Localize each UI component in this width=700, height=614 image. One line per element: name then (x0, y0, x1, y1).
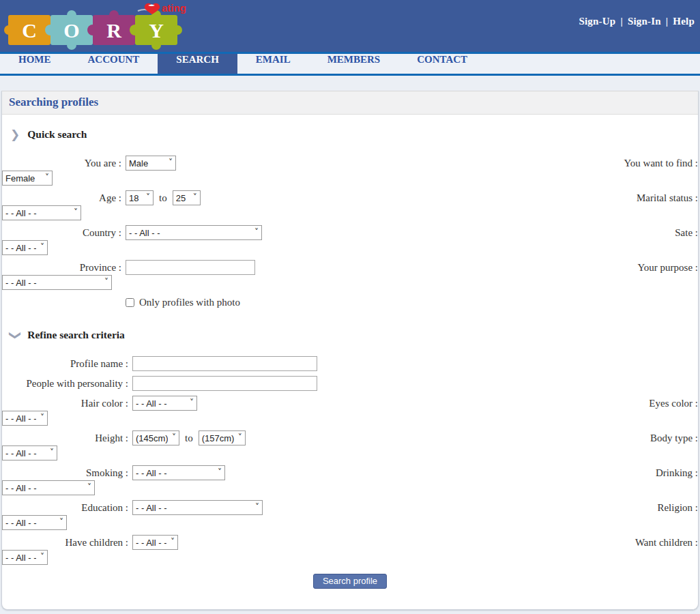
height-label: Height : (2, 433, 128, 444)
your-purpose-select[interactable]: - - All - - (2, 275, 112, 290)
marital-status-label: Marital status : (368, 192, 698, 204)
refine-search-title: Refine search criteria (27, 329, 125, 341)
form-row: Education : - - All - - Religion : - - A… (2, 500, 698, 530)
form-row: Smoking : - - All - - Drinking : - - All… (2, 465, 698, 495)
eyes-color-label: Eyes color : (392, 398, 698, 409)
search-panel: Searching profiles ❯ Quick search You ar… (1, 91, 699, 610)
body-type-label: Body type : (392, 433, 698, 444)
province-label: Province : (2, 262, 121, 274)
age-to-select[interactable]: 25 (173, 190, 201, 205)
age-label: Age : (2, 192, 121, 204)
religion-label: Religion : (392, 502, 698, 514)
logo-letter-y: Y (149, 19, 164, 42)
quick-search-heading: ❯ Quick search (10, 128, 698, 141)
body-type-select[interactable]: - - All - - (2, 445, 57, 460)
help-link[interactable]: Help (673, 16, 695, 27)
header-account-links: Sign-Up|Sign-In|Help (579, 16, 695, 27)
you-want-to-find-select[interactable]: Female (2, 171, 53, 186)
form-row: People with personality : (2, 376, 698, 391)
only-photo-checkbox[interactable] (126, 298, 134, 307)
form-row: You are : Male You want to find : Female (2, 156, 698, 186)
form-row: Have children : - - All - - Want childre… (2, 535, 698, 565)
you-are-label: You are : (2, 158, 121, 169)
refine-search-heading: ❯ Refine search criteria (10, 329, 698, 341)
have-children-select[interactable]: - - All - - (132, 535, 178, 550)
height-to-select[interactable]: (157cm) (199, 430, 246, 445)
sate-label: Sate : (368, 227, 698, 239)
profile-name-input[interactable] (132, 356, 317, 371)
form-row: Profile name : (2, 356, 698, 371)
have-children-label: Have children : (2, 537, 128, 549)
quick-search-section: ❯ Quick search You are : Male You want t… (2, 128, 698, 308)
refine-search-section: ❯ Refine search criteria Profile name : … (2, 329, 698, 589)
nav-item-account[interactable]: ACCOUNT (70, 54, 158, 74)
personality-label: People with personality : (2, 378, 128, 390)
logo-letter-r: R (106, 19, 121, 42)
logo-letter-c: C (22, 19, 37, 42)
age-to-word: to (159, 192, 167, 204)
panel-body: ❯ Quick search You are : Male You want t… (2, 115, 698, 609)
form-row: Hair color : - - All - - Eyes color : - … (2, 396, 698, 426)
want-children-label: Want children : (392, 537, 698, 549)
only-photo-row: Only profiles with photo (126, 297, 698, 308)
religion-select[interactable]: - - All - - (2, 515, 67, 530)
you-want-to-find-label: You want to find : (368, 158, 698, 169)
logo-letter-o: O (63, 19, 79, 42)
form-row: Height : (145cm) to (157cm) Body type : … (2, 430, 698, 460)
page-title: Searching profiles (2, 91, 698, 115)
personality-input[interactable] (132, 376, 317, 391)
form-row: Province : Your purpose : - - All - - (2, 260, 698, 290)
sate-select[interactable]: - - All - - (2, 240, 48, 255)
nav-item-home[interactable]: HOME (0, 54, 70, 74)
smoking-select[interactable]: - - All - - (132, 465, 225, 480)
age-from-select[interactable]: 18 (126, 190, 154, 205)
chevron-down-icon: ❯ (10, 330, 21, 340)
province-input[interactable] (126, 260, 255, 275)
marital-status-select[interactable]: - - All - - (2, 205, 81, 220)
education-label: Education : (2, 502, 128, 514)
separator: | (666, 16, 669, 27)
page-background: Searching profiles ❯ Quick search You ar… (0, 76, 700, 614)
nav-item-email[interactable]: EMAIL (237, 54, 309, 74)
logo-tagline: ating (162, 2, 186, 14)
quick-search-title: Quick search (27, 128, 87, 141)
puzzle-logo-graphic: C O R Y ating (3, 1, 201, 50)
submit-row: Search profile (2, 574, 698, 589)
height-from-select[interactable]: (145cm) (132, 430, 179, 445)
search-profile-button[interactable]: Search profile (313, 574, 387, 589)
country-select[interactable]: - - All - - (126, 225, 262, 240)
education-select[interactable]: - - All - - (132, 500, 263, 515)
smoking-label: Smoking : (2, 467, 128, 479)
your-purpose-label: Your purpose : (368, 262, 698, 274)
hair-color-label: Hair color : (2, 398, 128, 409)
drinking-select[interactable]: - - All - - (2, 480, 95, 495)
form-row: Country : - - All - - Sate : - - All - - (2, 225, 698, 255)
nav-item-members[interactable]: MEMBERS (309, 54, 399, 74)
nav-item-contact[interactable]: CONTACT (398, 54, 486, 74)
profile-name-label: Profile name : (2, 358, 128, 370)
hair-color-select[interactable]: - - All - - (132, 396, 197, 411)
site-header: C O R Y ating Sign-Up|Sign-In|Help (0, 0, 700, 52)
eyes-color-select[interactable]: - - All - - (2, 411, 48, 426)
want-children-select[interactable]: - - All - - (2, 550, 48, 565)
sign-in-link[interactable]: Sign-In (628, 16, 661, 27)
main-nav: HOME ACCOUNT SEARCH EMAIL MEMBERS CONTAC… (0, 54, 700, 74)
you-are-select[interactable]: Male (126, 156, 176, 171)
country-label: Country : (2, 227, 121, 239)
chevron-right-icon: ❯ (10, 129, 20, 141)
height-to-word: to (185, 433, 193, 444)
form-row: Age : 18 to 25 Marital status : - - All … (2, 190, 698, 220)
drinking-label: Drinking : (392, 467, 698, 479)
cory-logo[interactable]: C O R Y ating (3, 1, 201, 53)
sign-up-link[interactable]: Sign-Up (579, 16, 615, 27)
separator: | (620, 16, 623, 27)
only-photo-label: Only profiles with photo (139, 297, 240, 308)
nav-item-search[interactable]: SEARCH (158, 54, 237, 74)
